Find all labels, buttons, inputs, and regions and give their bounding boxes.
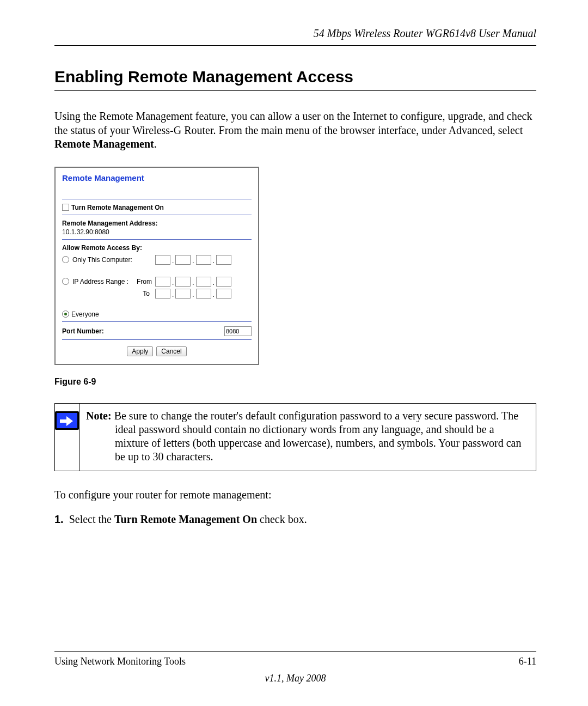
everyone-radio[interactable] [62,311,69,318]
allow-access-label: Allow Remote Access By: [62,244,252,252]
ip-octet-input[interactable] [155,277,170,287]
step-text-a: Select the [69,513,114,525]
divider [62,321,252,322]
ip-octet-input[interactable] [216,277,231,287]
note-prefix: Note: [86,410,114,422]
figure-screenshot: Remote Management Turn Remote Management… [54,167,536,387]
note-body: Be sure to change the router's default c… [114,410,522,463]
intro-tail: . [154,138,157,150]
step-text-bold: Turn Remote Management On [114,513,257,525]
divider [62,215,252,215]
ip-octet-input[interactable] [196,255,211,265]
ip-octet-input[interactable] [216,255,231,265]
turn-remote-on-checkbox[interactable] [62,204,69,211]
section-heading: Enabling Remote Management Access [54,68,536,91]
divider [62,339,252,340]
step-1: 1. Select the Turn Remote Management On … [54,513,536,526]
port-number-label: Port Number: [62,327,104,335]
only-this-ip-inputs: . . . [155,255,231,265]
panel-title: Remote Management [62,173,252,182]
note-icon-cell [55,404,79,471]
cancel-button[interactable]: Cancel [156,346,186,356]
arrow-right-icon [55,411,79,430]
configure-intro: To configure your router for remote mana… [54,489,536,501]
turn-remote-on-label: Turn Remote Management On [71,204,164,211]
ip-octet-input[interactable] [196,277,211,287]
ip-octet-input[interactable] [155,255,170,265]
only-this-radio[interactable] [62,256,69,263]
footer-page-number: 6-11 [519,656,536,667]
ip-octet-input[interactable] [175,255,191,265]
step-number: 1. [54,513,64,525]
note-box: Note: Be sure to change the router's def… [54,403,536,471]
divider [62,199,252,199]
port-number-row: Port Number: 8080 [62,326,252,336]
ip-range-from-row: IP Address Range : From . . . [62,277,252,287]
page-footer: Using Network Monitoring Tools 6-11 v1.1… [54,651,536,684]
figure-caption: Figure 6-9 [54,377,536,387]
ip-octet-input[interactable] [175,289,191,299]
ip-octet-input[interactable] [216,289,231,299]
manual-page: 54 Mbps Wireless Router WGR614v8 User Ma… [0,0,588,706]
footer-section: Using Network Monitoring Tools [54,656,186,667]
remote-address-label: Remote Management Address: [62,220,252,227]
footer-line: Using Network Monitoring Tools 6-11 [54,651,536,667]
intro-text: Using the Remote Management feature, you… [54,110,532,136]
step-text-c: check box. [257,513,307,525]
remote-management-panel: Remote Management Turn Remote Management… [54,167,259,365]
ip-range-to-row: To . . . [62,289,252,299]
everyone-row: Everyone [62,311,252,318]
only-this-computer-row: Only This Computer: . . . [62,255,252,265]
to-label: To [62,290,152,297]
intro-paragraph: Using the Remote Management feature, you… [54,109,536,151]
only-this-label: Only This Computer: [72,256,132,264]
ip-range-label: IP Address Range : [72,278,128,285]
apply-button[interactable]: Apply [127,346,153,356]
port-number-input[interactable]: 8080 [224,326,252,336]
turn-remote-on-row: Turn Remote Management On [62,204,252,211]
note-text: Note: Be sure to change the router's def… [79,404,536,471]
ip-octet-input[interactable] [155,289,170,299]
ip-octet-input[interactable] [196,289,211,299]
ip-range-from-inputs: . . . [155,277,231,287]
remote-address-value: 10.1.32.90:8080 [62,228,252,236]
running-header: 54 Mbps Wireless Router WGR614v8 User Ma… [54,27,536,46]
button-row: Apply Cancel [62,346,252,356]
intro-bold: Remote Management [54,138,154,150]
ip-range-radio[interactable] [62,278,69,285]
everyone-label: Everyone [71,311,99,318]
footer-version: v1.1, May 2008 [54,673,536,684]
from-label: From [137,278,152,285]
ip-octet-input[interactable] [175,277,191,287]
radio-dot-icon [64,313,67,315]
divider [62,239,252,240]
ip-range-to-inputs: . . . [155,289,231,299]
